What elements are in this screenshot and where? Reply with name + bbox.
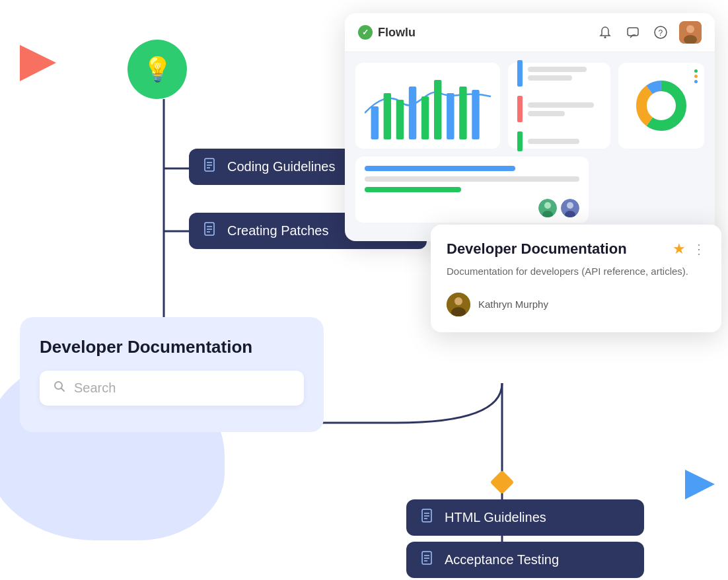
help-icon[interactable]: ? bbox=[651, 23, 670, 42]
author-avatar bbox=[447, 293, 470, 316]
svg-rect-33 bbox=[459, 87, 466, 139]
html-guidelines-node[interactable]: HTML Guidelines bbox=[406, 499, 644, 536]
avatar-row bbox=[365, 199, 579, 217]
svg-line-18 bbox=[61, 388, 65, 392]
main-container: 💡 Coding Guidelines bbox=[0, 0, 728, 580]
flowlu-logo-icon: ✓ bbox=[358, 25, 373, 40]
svg-point-44 bbox=[567, 202, 573, 209]
svg-point-24 bbox=[686, 25, 694, 33]
flowlu-nav-icons: ? bbox=[596, 21, 702, 44]
doc-icon-patches bbox=[203, 222, 218, 240]
user-avatar[interactable] bbox=[679, 21, 702, 44]
doc-icon-coding bbox=[203, 158, 218, 176]
progress-card bbox=[355, 157, 589, 223]
svg-rect-20 bbox=[628, 28, 638, 36]
charts-row bbox=[355, 63, 704, 149]
author-row: Kathryn Murphy bbox=[447, 293, 706, 316]
search-box[interactable]: Search bbox=[40, 371, 304, 406]
flowlu-content bbox=[345, 52, 715, 241]
lightbulb-icon: 💡 bbox=[143, 55, 172, 83]
svg-rect-27 bbox=[384, 93, 391, 139]
doc-icon-testing bbox=[421, 551, 435, 569]
bar-chart-svg bbox=[365, 67, 491, 139]
svg-text:?: ? bbox=[659, 28, 663, 38]
orange-arrow-decoration bbox=[20, 45, 56, 84]
svg-rect-30 bbox=[421, 96, 429, 139]
card-title: Developer Documentation bbox=[447, 240, 627, 258]
acceptance-testing-node[interactable]: Acceptance Testing bbox=[406, 542, 644, 578]
blue-arrow-decoration bbox=[685, 470, 715, 502]
avatar-2 bbox=[561, 199, 579, 217]
developer-documentation-box: Developer Documentation Search bbox=[20, 317, 324, 432]
svg-point-41 bbox=[544, 202, 551, 209]
svg-point-39 bbox=[649, 94, 673, 118]
svg-rect-31 bbox=[434, 80, 441, 139]
idea-node: 💡 bbox=[127, 40, 187, 99]
bar-chart-card bbox=[355, 63, 500, 149]
coding-guidelines-label: Coding Guidelines bbox=[227, 159, 335, 174]
check-icon: ✓ bbox=[362, 28, 369, 37]
flowlu-logo: ✓ Flowlu bbox=[358, 25, 416, 40]
developer-documentation-card: Developer Documentation ★ ⋮ Documentatio… bbox=[431, 225, 721, 332]
dev-doc-box-title: Developer Documentation bbox=[40, 337, 304, 357]
doc-icon-html bbox=[421, 509, 435, 526]
notification-icon[interactable] bbox=[596, 23, 614, 42]
svg-rect-32 bbox=[447, 93, 454, 139]
html-guidelines-label: HTML Guidelines bbox=[445, 510, 546, 525]
diamond-connector bbox=[490, 470, 515, 495]
second-row bbox=[355, 157, 704, 223]
flowlu-title: Flowlu bbox=[378, 26, 416, 40]
svg-rect-26 bbox=[371, 106, 379, 139]
svg-point-47 bbox=[455, 297, 462, 305]
svg-rect-29 bbox=[409, 87, 416, 139]
dots-menu[interactable] bbox=[694, 69, 698, 83]
card-header: Developer Documentation ★ ⋮ bbox=[447, 240, 706, 258]
list-chart-card bbox=[508, 63, 610, 149]
donut-chart-card bbox=[618, 63, 704, 149]
author-name: Kathryn Murphy bbox=[478, 299, 548, 310]
donut-svg bbox=[635, 79, 688, 132]
svg-marker-1 bbox=[685, 470, 715, 499]
svg-rect-28 bbox=[396, 100, 404, 139]
chat-icon[interactable] bbox=[624, 23, 642, 42]
search-icon bbox=[53, 380, 66, 396]
svg-point-19 bbox=[604, 36, 606, 38]
more-options-icon[interactable]: ⋮ bbox=[692, 241, 706, 257]
creating-patches-label: Creating Patches bbox=[227, 223, 328, 238]
svg-rect-34 bbox=[472, 90, 479, 139]
card-actions: ★ ⋮ bbox=[673, 240, 706, 258]
search-placeholder: Search bbox=[74, 381, 116, 396]
avatar-1 bbox=[538, 199, 557, 217]
flowlu-topbar: ✓ Flowlu bbox=[345, 13, 715, 52]
acceptance-testing-label: Acceptance Testing bbox=[445, 552, 559, 567]
card-description: Documentation for developers (API refere… bbox=[447, 264, 706, 279]
flowlu-window: ✓ Flowlu bbox=[345, 13, 715, 241]
svg-marker-0 bbox=[20, 45, 56, 81]
star-icon[interactable]: ★ bbox=[673, 240, 686, 258]
